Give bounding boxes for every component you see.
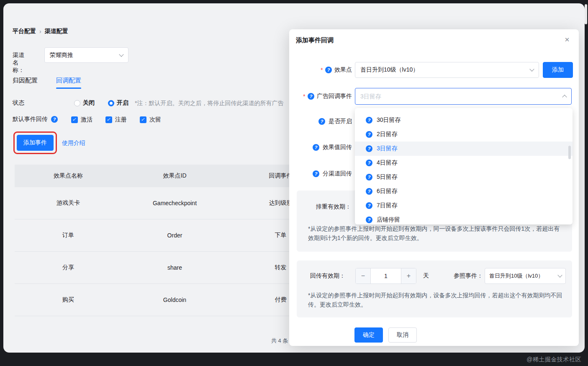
- add-effect-point-button[interactable]: 添加: [543, 62, 573, 78]
- channel-callback-label: 分渠道回传: [323, 170, 352, 178]
- callback-validity-note: *从设定的参照事件上报时间开始起到有效期内，设备多次上报均回传，若超出这个有效期…: [308, 291, 565, 309]
- status-on-label: 开启: [117, 99, 128, 107]
- breadcrumb: 平台配置 › 渠道配置: [13, 28, 68, 35]
- dropdown-item-label: 6日留存: [377, 188, 398, 195]
- reference-event-value: 首日升到10级（lv10）: [489, 272, 555, 280]
- config-tabs: 归因配置 回调配置: [13, 77, 81, 89]
- channel-callback-label-group: 分渠道回传: [289, 169, 352, 178]
- help-icon[interactable]: [313, 144, 319, 151]
- confirm-button[interactable]: 确定: [354, 327, 383, 343]
- chevron-down-icon: [557, 273, 562, 277]
- dropdown-item-selected[interactable]: 3日留存: [355, 142, 573, 156]
- add-event-button[interactable]: 添加事件: [17, 135, 54, 151]
- dropdown-item[interactable]: 7日留存: [355, 198, 573, 213]
- checkbox-checked-icon: [140, 116, 146, 123]
- dropdown-item[interactable]: 店铺停留: [355, 213, 573, 224]
- help-icon[interactable]: [318, 118, 325, 125]
- usage-intro-link[interactable]: 使用介绍: [62, 139, 85, 147]
- help-icon: [366, 160, 372, 166]
- checkbox-checked-icon: [71, 116, 78, 123]
- dropdown-item[interactable]: 5日留存: [355, 170, 573, 184]
- cancel-button[interactable]: 取消: [388, 327, 417, 343]
- help-icon[interactable]: [308, 93, 314, 100]
- chevron-up-icon: [562, 95, 567, 99]
- status-radio-off[interactable]: 关闭: [74, 98, 95, 108]
- help-icon: [366, 131, 372, 138]
- checkbox-label: 激活: [81, 116, 92, 124]
- cell-effect-name: 分享: [15, 264, 122, 271]
- default-events-label: 默认事件回传: [13, 116, 58, 123]
- checkbox-register[interactable]: 注册: [105, 116, 127, 124]
- dropdown-item-label: 7日留存: [377, 202, 398, 209]
- days-unit-label: 天: [423, 272, 429, 280]
- effect-point-value: 首日升到10级（lv10）: [360, 66, 419, 74]
- dropdown-item[interactable]: 4日留存: [355, 156, 573, 170]
- tab-attribution-config[interactable]: 归因配置: [13, 77, 38, 89]
- channel-name-label: 渠道名称：: [13, 52, 24, 74]
- reference-event-select[interactable]: 首日升到10级（lv10）: [485, 268, 566, 284]
- effect-point-label: 效果点: [334, 66, 352, 74]
- radio-unselected-icon: [74, 100, 80, 106]
- ad-callback-label-group: 广告回调事件: [289, 88, 352, 105]
- dropdown-item-label: 3日留存: [377, 145, 398, 152]
- required-asterisk-icon: [321, 67, 323, 73]
- status-off-label: 关闭: [83, 99, 95, 107]
- help-icon[interactable]: [313, 170, 319, 177]
- enable-switch-label: 是否开启: [329, 118, 352, 125]
- channel-name-value: 荣耀商推: [50, 52, 73, 59]
- minus-icon[interactable]: [356, 268, 371, 284]
- ad-callback-combobox: [355, 88, 572, 105]
- reference-event-label: 参照事件：: [454, 272, 483, 280]
- status-radio-on[interactable]: 开启: [108, 98, 128, 108]
- help-icon: [366, 217, 372, 223]
- breadcrumb-separator-icon: ›: [39, 28, 41, 35]
- dropdown-item[interactable]: 2日留存: [355, 127, 573, 142]
- dedup-validity-label: 排重有效期：: [316, 203, 351, 211]
- effect-value-callback-label: 效果值回传: [323, 144, 352, 151]
- dropdown-item[interactable]: 30日留存: [355, 113, 573, 127]
- dropdown-item-label: 店铺停留: [377, 216, 400, 224]
- cell-effect-name: 订单: [15, 232, 122, 239]
- app-page: 平台配置 › 渠道配置 渠道名称： 荣耀商推 归因配置 回调配置 状态 关闭: [3, 3, 585, 353]
- callback-validity-section: 回传有效期： 1 天 参照事件： 首日升到10级（lv10） *从设定的参照事件…: [297, 260, 572, 317]
- status-note: *注：默认开启。关闭之后，将停止回传此渠道的所有广告: [135, 100, 283, 107]
- radio-selected-icon: [108, 100, 114, 106]
- help-icon: [366, 145, 372, 152]
- dropdown-item-label: 2日留存: [377, 131, 398, 138]
- validity-days-stepper: 1: [355, 268, 416, 284]
- help-icon: [366, 202, 372, 209]
- default-events-label-text: 默认事件回传: [13, 116, 48, 123]
- checkbox-next-day-retention[interactable]: 次留: [140, 116, 161, 124]
- table-total-count: 共 4 条: [271, 337, 288, 345]
- add-event-callback-modal: 添加事件回调 效果点 首日升到10级（lv10） 添加 广告回调事件: [289, 29, 579, 346]
- cell-effect-id: Gamecheckpoint: [122, 200, 228, 206]
- effect-point-label-group: 效果点: [289, 62, 352, 78]
- dropdown-scrollbar[interactable]: [568, 146, 571, 159]
- modal-title: 添加事件回调: [296, 36, 334, 44]
- cell-effect-name: 购买: [15, 296, 122, 304]
- breadcrumb-item-platform-config[interactable]: 平台配置: [13, 28, 36, 35]
- screenshot-frame: 平台配置 › 渠道配置 渠道名称： 荣耀商推 归因配置 回调配置 状态 关闭: [0, 0, 588, 366]
- help-icon[interactable]: [51, 116, 58, 123]
- status-label: 状态: [13, 99, 24, 107]
- default-events-row: 默认事件回传 激活 注册 次留: [13, 116, 306, 125]
- dropdown-item[interactable]: 6日留存: [355, 184, 573, 198]
- checkbox-label: 注册: [115, 116, 127, 124]
- callback-validity-label: 回传有效期：: [310, 272, 345, 280]
- close-icon[interactable]: [563, 36, 571, 44]
- validity-days-value[interactable]: 1: [371, 268, 401, 284]
- dropdown-item-label: 30日留存: [377, 116, 401, 124]
- plus-icon[interactable]: [401, 268, 416, 284]
- tab-callback-config[interactable]: 回调配置: [56, 77, 81, 89]
- ad-callback-label: 广告回调事件: [317, 93, 352, 100]
- ad-callback-dropdown: 30日留存 2日留存 3日留存 4日留存 5日留存: [355, 108, 573, 224]
- breadcrumb-item-channel-config: 渠道配置: [45, 28, 68, 35]
- dropdown-item-label: 5日留存: [377, 173, 398, 181]
- channel-name-select[interactable]: 荣耀商推: [44, 47, 128, 63]
- checkbox-activation[interactable]: 激活: [71, 116, 92, 124]
- ad-callback-input[interactable]: [360, 88, 557, 104]
- help-icon[interactable]: [325, 67, 332, 73]
- browser-scrollbar[interactable]: [585, 4, 587, 24]
- effect-point-select[interactable]: 首日升到10级（lv10）: [355, 62, 539, 78]
- dropdown-item-label: 4日留存: [377, 159, 398, 167]
